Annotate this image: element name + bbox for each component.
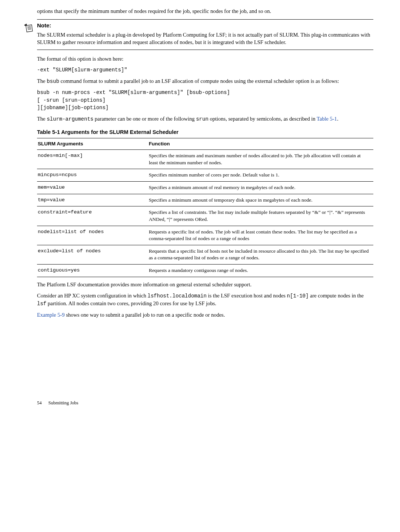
example-ref-link[interactable]: Example 5-9 bbox=[37, 312, 65, 318]
table-row: mem=value Specifies a minimum amount of … bbox=[37, 182, 373, 194]
arg-cell: tmp=value bbox=[37, 194, 148, 206]
svg-line-3 bbox=[28, 28, 31, 28]
table-row: exclude=list of nodes Requests that a sp… bbox=[37, 245, 373, 264]
fn-cell: Requests a specific list of nodes. The j… bbox=[148, 226, 373, 245]
table-head-function: Function bbox=[148, 138, 373, 150]
table-row: nodes=min[-max] Specifies the minimum an… bbox=[37, 150, 373, 169]
arg-cell: exclude=list of nodes bbox=[37, 245, 148, 264]
note-top-rule bbox=[37, 19, 373, 20]
intro-para: options that specify the minimum number … bbox=[37, 7, 373, 15]
arg-cell: constraint=feature bbox=[37, 206, 148, 226]
note-bottom-rule bbox=[37, 50, 373, 50]
note-icon bbox=[24, 23, 34, 35]
bsub-intro-pre: The bbox=[37, 78, 47, 84]
arg-cell: nodes=min[-max] bbox=[37, 150, 148, 169]
table-row: constraint=feature Specifies a list of c… bbox=[37, 206, 373, 226]
svg-line-1 bbox=[27, 26, 31, 27]
fn-cell: Specifies a minimum amount of temporary … bbox=[148, 194, 373, 206]
mono-nodes: n[1-10] bbox=[287, 293, 309, 299]
bsub-word: bsub bbox=[47, 78, 59, 84]
table-ref-link[interactable]: Table 5-1 bbox=[317, 116, 337, 122]
table-head-arguments: SLURM Arguments bbox=[37, 138, 148, 150]
slurm-arguments-word: slurm-arguments bbox=[47, 116, 93, 122]
srun-word: srun bbox=[196, 116, 209, 122]
svg-line-4 bbox=[28, 29, 31, 30]
fn-cell: Specifies a list of constraints. The lis… bbox=[148, 206, 373, 226]
format-code: -ext "SLURM[slurm-arguments]" bbox=[37, 66, 373, 74]
fn-cell: Specifies a minimum amount of real memor… bbox=[148, 182, 373, 194]
slurm-args-para: The slurm-arguments parameter can be one… bbox=[37, 115, 373, 123]
footer-section: Submitting Jobs bbox=[49, 400, 79, 406]
text: is the LSF execution host and nodes bbox=[207, 293, 287, 299]
page-footer: 54 Submitting Jobs bbox=[37, 400, 373, 406]
text: shows one way to submit a parallel job t… bbox=[65, 312, 225, 318]
note-text: The SLURM external scheduler is a plug-i… bbox=[37, 31, 373, 46]
arg-cell: nodelist=list of nodes bbox=[37, 226, 148, 245]
bsub-intro: The bsub command format to submit a para… bbox=[37, 77, 373, 85]
mono-host: lsfhost.localdomain bbox=[147, 293, 207, 299]
note-label: Note: bbox=[37, 22, 373, 30]
page-number: 54 bbox=[37, 400, 42, 406]
post-para-1: The Platform LSF documentation provides … bbox=[37, 281, 373, 288]
arg-cell: mincpus=ncpus bbox=[37, 169, 148, 182]
fn-cell: Requests that a specific list of hosts n… bbox=[148, 245, 373, 264]
text: partition. All nodes contain two cores, … bbox=[46, 300, 216, 306]
fn-cell: Specifies minimum number of cores per no… bbox=[148, 169, 373, 182]
fn-cell: Requests a mandatory contiguous range of… bbox=[148, 265, 373, 277]
svg-line-2 bbox=[27, 27, 31, 28]
table-row: contiguous=yes Requests a mandatory cont… bbox=[37, 265, 373, 277]
post-para-3: Example 5-9 shows one way to submit a pa… bbox=[37, 311, 373, 319]
bsub-code: bsub -n num-procs -ext "SLURM[slurm-argu… bbox=[37, 89, 373, 111]
format-intro: The format of this option is shown here: bbox=[37, 55, 373, 63]
mono-partition: lsf bbox=[37, 301, 46, 307]
slurm-args-mid: parameter can be one or more of the foll… bbox=[93, 116, 196, 122]
bsub-intro-post: command format to submit a parallel job … bbox=[59, 78, 339, 84]
table-caption: Table 5-1 Arguments for the SLURM Extern… bbox=[37, 128, 373, 136]
slurm-args-post: . bbox=[337, 116, 339, 122]
table-row: mincpus=ncpus Specifies minimum number o… bbox=[37, 169, 373, 182]
slurm-args-mid2: options, separated by semicolons, as des… bbox=[209, 116, 317, 122]
post-para-2: Consider an HP XC system configuration i… bbox=[37, 292, 373, 308]
table-row: nodelist=list of nodes Requests a specif… bbox=[37, 226, 373, 245]
note-block: Note: The SLURM external scheduler is a … bbox=[37, 19, 373, 50]
table-row: tmp=value Specifies a minimum amount of … bbox=[37, 194, 373, 206]
arg-cell: mem=value bbox=[37, 182, 148, 194]
text: Consider an HP XC system configuration i… bbox=[37, 293, 147, 299]
text: are compute nodes in the bbox=[309, 293, 364, 299]
arg-cell: contiguous=yes bbox=[37, 265, 148, 277]
slurm-args-pre: The bbox=[37, 116, 47, 122]
fn-cell: Specifies the minimum and maximum number… bbox=[148, 150, 373, 169]
slurm-arguments-table: SLURM Arguments Function nodes=min[-max]… bbox=[37, 138, 373, 277]
